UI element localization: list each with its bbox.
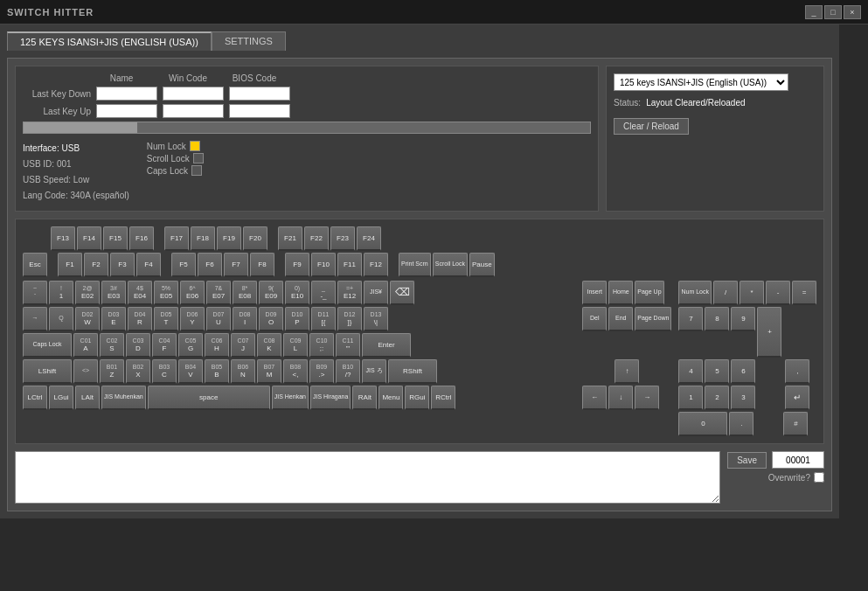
last-key-up-name[interactable]	[96, 104, 157, 118]
key-d03[interactable]: D03E	[101, 307, 126, 331]
key-d10[interactable]: D10P	[285, 307, 309, 331]
key-b09[interactable]: B09.>	[309, 359, 334, 384]
key-f13[interactable]: F13	[51, 226, 75, 251]
key-arrow-left[interactable]: ←	[582, 386, 607, 410]
key-f1[interactable]: F1	[58, 253, 82, 277]
last-key-down-bioscode[interactable]	[229, 87, 290, 101]
last-key-up-wincode[interactable]	[163, 104, 224, 118]
key-f16[interactable]: F16	[129, 226, 154, 251]
key-c06[interactable]: C06H	[205, 333, 229, 358]
save-number-input[interactable]	[772, 451, 824, 469]
key-num-minus[interactable]: -	[766, 281, 790, 305]
overwrite-checkbox[interactable]	[814, 472, 824, 483]
tab-keyboard[interactable]: 125 KEYS ISANSI+JIS (ENGLISH (USA))	[7, 31, 212, 51]
key-num1[interactable]: 1	[678, 386, 703, 410]
key-lgui[interactable]: LGui	[49, 386, 73, 410]
clear-reload-button[interactable]: Clear / Reload	[614, 118, 689, 135]
output-textarea[interactable]	[15, 451, 720, 504]
key-d05[interactable]: D05T	[154, 307, 178, 331]
key-d01[interactable]: Q	[49, 307, 73, 331]
key-f4[interactable]: F4	[136, 253, 161, 277]
key-num-hash[interactable]: #	[783, 412, 808, 436]
key-d06[interactable]: D06Y	[180, 307, 205, 331]
key-e05[interactable]: 5%E05	[154, 281, 178, 305]
key-b11[interactable]: JIS ろ	[362, 359, 386, 384]
minimize-button[interactable]: _	[805, 5, 823, 19]
key-num-dot[interactable]: .	[729, 412, 753, 436]
key-f12[interactable]: F12	[364, 253, 388, 277]
key-page-down[interactable]: Page Down	[635, 307, 671, 331]
key-c09[interactable]: C09L	[283, 333, 308, 358]
key-num-slash[interactable]: /	[713, 281, 738, 305]
key-num-comma[interactable]: ,	[785, 359, 809, 384]
key-b03[interactable]: B03C	[152, 359, 177, 384]
key-jis-henkan[interactable]: JIS Henkan	[272, 386, 309, 410]
key-c07[interactable]: C07J	[231, 333, 255, 358]
key-lctrl[interactable]: LCtrl	[23, 386, 47, 410]
last-key-up-bioscode[interactable]	[229, 104, 290, 118]
key-num8[interactable]: 8	[705, 307, 729, 331]
key-f23[interactable]: F23	[330, 226, 355, 251]
key-f11[interactable]: F11	[337, 253, 362, 277]
key-b10[interactable]: B10/?	[336, 359, 360, 384]
key-e12[interactable]: =+E12	[337, 281, 362, 305]
key-num7[interactable]: 7	[678, 307, 703, 331]
key-b07[interactable]: B07M	[257, 359, 281, 384]
key-num-equals[interactable]: =	[792, 281, 816, 305]
key-f21[interactable]: F21	[278, 226, 302, 251]
key-e09[interactable]: 9(E09	[259, 281, 283, 305]
key-rshift[interactable]: RShift	[388, 359, 437, 384]
key-b05[interactable]: B05B	[205, 359, 229, 384]
key-num5[interactable]: 5	[705, 359, 729, 384]
key-c10[interactable]: C10;:	[309, 333, 334, 358]
key-caps-lock[interactable]: Caps Lock	[23, 333, 72, 358]
key-end[interactable]: End	[608, 307, 633, 331]
key-e04[interactable]: 4$E04	[128, 281, 152, 305]
key-menu[interactable]: Menu	[378, 386, 403, 410]
key-e07[interactable]: 7&E07	[206, 281, 231, 305]
key-d08[interactable]: D08I	[233, 307, 257, 331]
key-e01[interactable]: !1	[49, 281, 73, 305]
key-d07[interactable]: D07U	[206, 307, 231, 331]
key-e11[interactable]: _-_	[311, 281, 336, 305]
last-key-down-name[interactable]	[96, 87, 157, 101]
key-f10[interactable]: F10	[311, 253, 336, 277]
key-d13[interactable]: D13\|	[364, 307, 388, 331]
key-jis-muhenkan[interactable]: JIS Muhenkan	[101, 386, 146, 410]
key-f18[interactable]: F18	[191, 226, 215, 251]
key-e10[interactable]: 0)E10	[285, 281, 309, 305]
key-esc[interactable]: Esc	[23, 253, 47, 277]
key-scroll-lock[interactable]: Scroll Lock	[433, 253, 468, 277]
key-c05[interactable]: C05G	[178, 333, 203, 358]
key-f3[interactable]: F3	[110, 253, 135, 277]
key-d12[interactable]: D12]}	[337, 307, 362, 331]
key-c02[interactable]: C02S	[100, 333, 124, 358]
key-f14[interactable]: F14	[77, 226, 101, 251]
key-num2[interactable]: 2	[705, 386, 729, 410]
key-f2[interactable]: F2	[84, 253, 108, 277]
key-b08[interactable]: B08<,	[283, 359, 308, 384]
key-num6[interactable]: 6	[731, 359, 755, 384]
key-print-scrn[interactable]: Print Scrn	[399, 253, 431, 277]
key-num-plus[interactable]: +	[757, 307, 781, 358]
key-f19[interactable]: F19	[217, 226, 241, 251]
key-d-extra[interactable]: →	[23, 307, 47, 331]
key-c04[interactable]: C04F	[152, 333, 177, 358]
key-b02[interactable]: B02X	[126, 359, 150, 384]
key-jis-hiragana[interactable]: JIS Hiragana	[310, 386, 351, 410]
key-lshift[interactable]: LShift	[23, 359, 72, 384]
key-c08[interactable]: C08K	[257, 333, 281, 358]
key-f17[interactable]: F17	[164, 226, 189, 251]
key-d11[interactable]: D11[{	[311, 307, 336, 331]
key-b01[interactable]: B01Z	[100, 359, 124, 384]
key-f7[interactable]: F7	[224, 253, 248, 277]
key-d09[interactable]: D09O	[259, 307, 283, 331]
key-f24[interactable]: F24	[357, 226, 381, 251]
key-d02[interactable]: D02W	[75, 307, 100, 331]
layout-dropdown[interactable]: 125 keys ISANSI+JIS (English (USA)) 104 …	[614, 73, 788, 91]
key-arrow-right[interactable]: →	[635, 386, 659, 410]
key-e02[interactable]: 2@E02	[75, 281, 100, 305]
key-b00[interactable]: <>	[73, 359, 98, 384]
key-home[interactable]: Home	[608, 281, 633, 305]
key-f15[interactable]: F15	[103, 226, 128, 251]
